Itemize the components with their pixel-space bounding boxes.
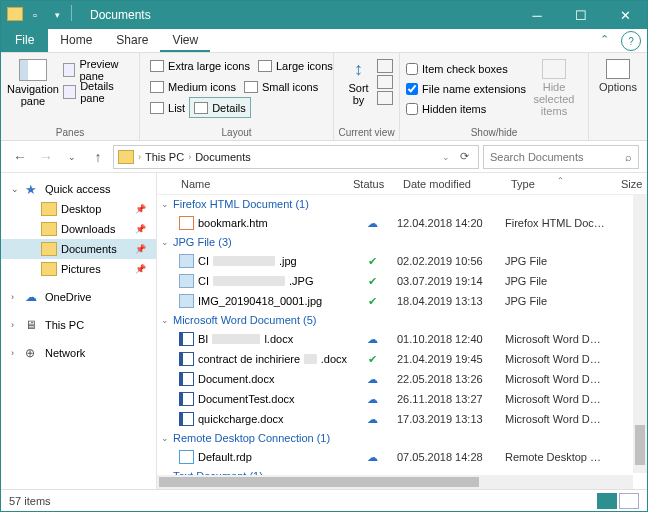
sort-by-button[interactable]: ↕ Sort by xyxy=(340,55,377,138)
back-button[interactable]: ← xyxy=(9,146,31,168)
sidebar-item-documents[interactable]: Documents📌 xyxy=(1,239,156,259)
refresh-button[interactable]: ⟳ xyxy=(454,150,474,163)
maximize-button[interactable]: ☐ xyxy=(559,1,603,29)
details-pane-button[interactable]: Details pane xyxy=(59,81,133,103)
address-bar: ← → ⌄ ↑ › This PC › Documents ⌄ ⟳ Search… xyxy=(1,141,647,173)
file-row[interactable]: IMG_20190418_0001.jpg✔18.04.2019 13:13JP… xyxy=(157,291,647,311)
file-row[interactable]: CI.jpg✔02.02.2019 10:56JPG File xyxy=(157,251,647,271)
up-button[interactable]: ↑ xyxy=(87,146,109,168)
sidebar-item-quick-access[interactable]: ⌄★Quick access xyxy=(1,179,156,199)
title-bar: ▫ ▾ Documents ─ ☐ ✕ xyxy=(1,1,647,29)
item-count: 57 items xyxy=(9,495,51,507)
sidebar-item-onedrive[interactable]: ›☁OneDrive xyxy=(1,287,156,307)
minimize-button[interactable]: ─ xyxy=(515,1,559,29)
group-by-icon[interactable] xyxy=(377,59,393,73)
layout-details[interactable]: Details xyxy=(189,97,251,118)
search-icon: ⌕ xyxy=(625,151,632,163)
group-header[interactable]: ⌄Firefox HTML Document (1) xyxy=(157,195,647,213)
layout-medium[interactable]: Medium icons xyxy=(146,76,240,97)
sort-icon: ↕ xyxy=(354,59,363,80)
search-input[interactable]: Search Documents ⌕ xyxy=(483,145,639,169)
add-columns-icon[interactable] xyxy=(377,75,393,89)
window-title: Documents xyxy=(74,8,515,22)
file-row[interactable]: bookmark.htm☁12.04.2018 14:20Firefox HTM… xyxy=(157,213,647,233)
file-row[interactable]: DocumentTest.docx☁26.11.2018 13:27Micros… xyxy=(157,389,647,409)
navigation-sidebar: ⌄★Quick accessDesktop📌Downloads📌Document… xyxy=(1,173,157,489)
hidden-items[interactable]: Hidden items xyxy=(406,99,526,119)
qat-properties-icon[interactable]: ▫ xyxy=(25,5,45,25)
tab-home[interactable]: Home xyxy=(48,29,104,52)
sidebar-item-this-pc[interactable]: ›🖥This PC xyxy=(1,315,156,335)
sort-indicator-icon: ⌃ xyxy=(557,176,564,185)
hide-selected-button: Hide selected items xyxy=(526,55,582,138)
file-menu[interactable]: File xyxy=(1,29,48,52)
hide-icon xyxy=(542,59,566,79)
qat-dropdown-icon[interactable]: ▾ xyxy=(47,5,67,25)
sidebar-item-pictures[interactable]: Pictures📌 xyxy=(1,259,156,279)
sidebar-item-desktop[interactable]: Desktop📌 xyxy=(1,199,156,219)
file-list: Name Status Date modified ⌃Type Size ⌄Fi… xyxy=(157,173,647,489)
options-icon xyxy=(606,59,630,79)
layout-large[interactable]: Large icons xyxy=(254,55,337,76)
options-button[interactable]: Options xyxy=(595,55,641,138)
file-row[interactable]: CI.JPG✔03.07.2019 19:14JPG File1. xyxy=(157,271,647,291)
preview-pane-button[interactable]: Preview pane xyxy=(59,59,133,81)
view-details-icon[interactable] xyxy=(597,493,617,509)
sidebar-item-network[interactable]: ›⊕Network xyxy=(1,343,156,363)
file-name-extensions[interactable]: File name extensions xyxy=(406,79,526,99)
sidebar-item-downloads[interactable]: Downloads📌 xyxy=(1,219,156,239)
status-bar: 57 items xyxy=(1,489,647,511)
navigation-pane-button[interactable]: Navigation pane xyxy=(7,55,59,138)
close-button[interactable]: ✕ xyxy=(603,1,647,29)
tab-view[interactable]: View xyxy=(160,29,210,52)
group-header[interactable]: ⌄JPG File (3) xyxy=(157,233,647,251)
size-columns-icon[interactable] xyxy=(377,91,393,105)
file-row[interactable]: contract de inchiriere.docx✔21.04.2019 1… xyxy=(157,349,647,369)
chevron-down-icon[interactable]: ⌄ xyxy=(442,152,450,162)
horizontal-scrollbar[interactable] xyxy=(157,475,633,489)
view-large-icons-icon[interactable] xyxy=(619,493,639,509)
help-button[interactable]: ? xyxy=(621,31,641,51)
group-header[interactable]: ⌄Remote Desktop Connection (1) xyxy=(157,429,647,447)
item-check-boxes[interactable]: Item check boxes xyxy=(406,59,526,79)
group-header[interactable]: ⌄Microsoft Word Document (5) xyxy=(157,311,647,329)
ribbon-tabs: File Home Share View ⌃ ? xyxy=(1,29,647,53)
tab-share[interactable]: Share xyxy=(104,29,160,52)
column-headers[interactable]: Name Status Date modified ⌃Type Size xyxy=(157,173,647,195)
breadcrumb[interactable]: › This PC › Documents ⌄ ⟳ xyxy=(113,145,479,169)
file-row[interactable]: BIl.docx☁01.10.2018 12:40Microsoft Word … xyxy=(157,329,647,349)
file-row[interactable]: Document.docx☁22.05.2018 13:26Microsoft … xyxy=(157,369,647,389)
file-row[interactable]: quickcharge.docx☁17.03.2019 13:13Microso… xyxy=(157,409,647,429)
collapse-ribbon-icon[interactable]: ⌃ xyxy=(594,29,615,52)
layout-list[interactable]: List xyxy=(146,97,189,118)
recent-dropdown[interactable]: ⌄ xyxy=(61,146,83,168)
folder-icon xyxy=(7,7,23,21)
navigation-pane-icon xyxy=(19,59,47,81)
layout-extra-large[interactable]: Extra large icons xyxy=(146,55,254,76)
layout-small[interactable]: Small icons xyxy=(240,76,322,97)
forward-button: → xyxy=(35,146,57,168)
ribbon: Navigation pane Preview pane Details pan… xyxy=(1,53,647,141)
vertical-scrollbar[interactable] xyxy=(633,195,647,473)
file-row[interactable]: Default.rdp☁07.05.2018 14:28Remote Deskt… xyxy=(157,447,647,467)
folder-icon xyxy=(118,150,134,164)
